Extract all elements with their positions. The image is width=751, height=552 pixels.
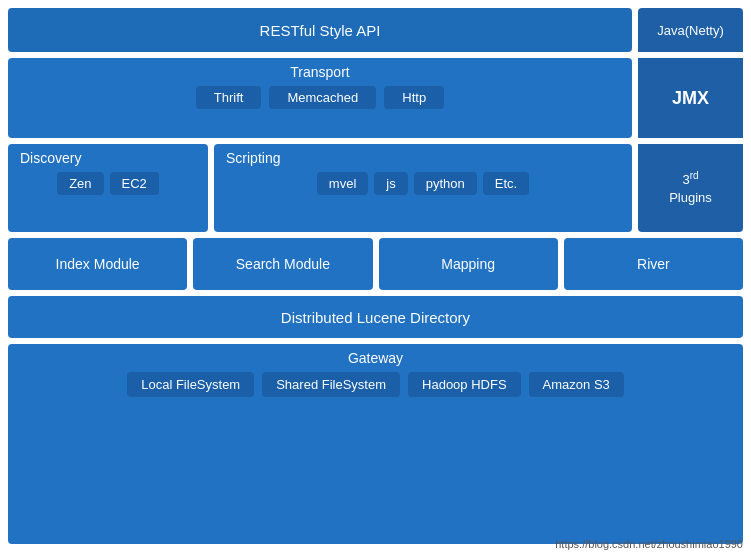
gateway-label: Gateway (348, 350, 403, 366)
js-item: js (374, 172, 407, 195)
amazon-s3-item: Amazon S3 (529, 372, 624, 397)
row2: Transport Thrift Memcached Http JMX (8, 58, 743, 138)
row4: Index Module Search Module Mapping River (8, 238, 743, 290)
ec2-item: EC2 (110, 172, 159, 195)
memcached-item: Memcached (269, 86, 376, 109)
index-module-block: Index Module (8, 238, 187, 290)
gateway-items: Local FileSystem Shared FileSystem Hadoo… (16, 372, 735, 397)
river-block: River (564, 238, 743, 290)
transport-label: Transport (290, 64, 349, 80)
jmx-label: JMX (672, 88, 709, 109)
row3: Discovery Zen EC2 Scripting mvel js (8, 144, 743, 232)
discovery-label: Discovery (16, 150, 81, 166)
discovery-block: Discovery Zen EC2 (8, 144, 208, 232)
plugins-num-label: 3rd (682, 169, 698, 190)
etc-item: Etc. (483, 172, 529, 195)
java-netty-block: Java(Netty) (638, 8, 743, 52)
plugins-label: Plugins (669, 189, 712, 207)
discovery-items: Zen EC2 (16, 172, 200, 195)
scripting-label: Scripting (222, 150, 280, 166)
shared-filesystem-item: Shared FileSystem (262, 372, 400, 397)
thrift-item: Thrift (196, 86, 262, 109)
java-netty-label: Java(Netty) (657, 23, 723, 38)
footer-url: https://blog.csdn.net/zhoushimiao1990 (555, 538, 743, 550)
restful-api-block: RESTful Style API (8, 8, 632, 52)
main-container: RESTful Style API Java(Netty) Transport … (0, 0, 751, 552)
scripting-items: mvel js python Etc. (222, 172, 624, 195)
scripting-block: Scripting mvel js python Etc. (214, 144, 632, 232)
hadoop-hdfs-item: Hadoop HDFS (408, 372, 521, 397)
row1: RESTful Style API Java(Netty) (8, 8, 743, 52)
local-filesystem-item: Local FileSystem (127, 372, 254, 397)
row5: Distributed Lucene Directory (8, 296, 743, 338)
row6-gateway-block: Gateway Local FileSystem Shared FileSyst… (8, 344, 743, 544)
distributed-lucene-label: Distributed Lucene Directory (281, 309, 470, 326)
plugins-superscript: rd (690, 170, 699, 181)
distributed-lucene-block: Distributed Lucene Directory (8, 296, 743, 338)
transport-block: Transport Thrift Memcached Http (8, 58, 632, 138)
jmx-block: JMX (638, 58, 743, 138)
restful-api-label: RESTful Style API (260, 22, 381, 39)
transport-items: Thrift Memcached Http (16, 86, 624, 109)
plugins-block: 3rd Plugins (638, 144, 743, 232)
mvel-item: mvel (317, 172, 368, 195)
zen-item: Zen (57, 172, 103, 195)
search-module-block: Search Module (193, 238, 372, 290)
http-item: Http (384, 86, 444, 109)
mapping-block: Mapping (379, 238, 558, 290)
python-item: python (414, 172, 477, 195)
